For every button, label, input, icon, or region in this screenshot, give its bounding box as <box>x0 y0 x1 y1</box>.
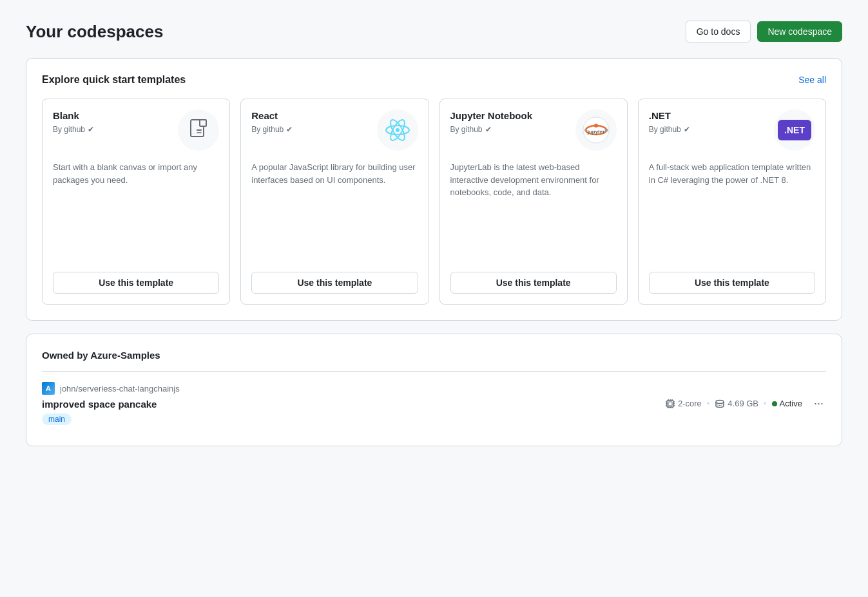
template-meta-react: React By github ✔ <box>251 109 369 134</box>
template-description-dotnet: A full-stack web application template wr… <box>649 161 815 259</box>
cpu-value: 2-core <box>678 399 702 408</box>
codespaces-section: Owned by Azure-Samples A john/serverless… <box>26 334 842 446</box>
verified-icon-dotnet: ✔ <box>684 125 690 134</box>
status-dot <box>772 401 777 406</box>
codespace-row: A john/serverless-chat-langchainjs impro… <box>42 371 826 430</box>
template-name-react: React <box>251 109 369 122</box>
jupyter-logo-svg: jupyter <box>582 116 610 144</box>
template-icon-react <box>377 109 418 151</box>
status-stat: Active <box>772 399 802 408</box>
page-header: Your codespaces Go to docs New codespace <box>26 21 842 43</box>
codespace-branch: main <box>42 413 180 425</box>
svg-point-7 <box>396 128 400 132</box>
svg-rect-15 <box>668 402 672 406</box>
verified-icon-react: ✔ <box>286 125 293 134</box>
new-codespace-button[interactable]: New codespace <box>757 21 842 42</box>
svg-point-11 <box>604 129 608 132</box>
template-description-react: A popular JavaScript library for buildin… <box>251 161 418 259</box>
page-title: Your codespaces <box>26 22 163 42</box>
template-card-top-blank: Blank By github ✔ <box>53 109 219 151</box>
template-card-top-dotnet: .NET By github ✔ .NET <box>649 109 815 151</box>
codespace-left: A john/serverless-chat-langchainjs impro… <box>42 382 180 425</box>
template-icon-jupyter: jupyter <box>575 109 617 151</box>
template-card-jupyter: Jupyter Notebook By github ✔ <box>439 99 628 305</box>
template-icon-dotnet: .NET <box>774 109 815 151</box>
template-description-blank: Start with a blank canvas or import any … <box>53 161 219 259</box>
template-card-top-jupyter: Jupyter Notebook By github ✔ <box>450 109 617 151</box>
template-card-react: React By github ✔ A popular J <box>240 99 429 305</box>
templates-section-header: Explore quick start templates See all <box>42 74 826 86</box>
template-meta-blank: Blank By github ✔ <box>53 109 170 134</box>
azure-icon: A <box>42 382 55 395</box>
template-description-jupyter: JupyterLab is the latest web-based inter… <box>450 161 617 259</box>
svg-text:jupyter: jupyter <box>586 129 604 135</box>
use-template-jupyter-button[interactable]: Use this template <box>450 272 617 294</box>
verified-icon-jupyter: ✔ <box>485 125 492 134</box>
template-by-blank: By github ✔ <box>53 125 170 134</box>
go-to-docs-button[interactable]: Go to docs <box>686 21 751 43</box>
blank-file-svg <box>188 118 209 142</box>
see-all-link[interactable]: See all <box>798 75 826 85</box>
storage-value: 4.69 GB <box>728 399 758 408</box>
more-options-button[interactable]: ··· <box>811 397 826 410</box>
templates-grid: Blank By github ✔ Start wit <box>42 99 826 305</box>
template-card-dotnet: .NET By github ✔ .NET A full-stack web a… <box>638 99 826 305</box>
template-by-react: By github ✔ <box>251 125 369 134</box>
template-meta-jupyter: Jupyter Notebook By github ✔ <box>450 109 568 134</box>
react-logo-svg <box>385 117 410 143</box>
templates-section: Explore quick start templates See all Bl… <box>26 58 842 321</box>
svg-point-28 <box>716 400 724 403</box>
template-icon-blank <box>178 109 219 151</box>
cpu-icon <box>665 399 675 409</box>
use-template-blank-button[interactable]: Use this template <box>53 272 219 294</box>
use-template-dotnet-button[interactable]: Use this template <box>649 272 815 294</box>
codespace-repo: A john/serverless-chat-langchainjs <box>42 382 180 395</box>
storage-stat: 4.69 GB <box>715 399 758 409</box>
separator-2: • <box>764 399 767 408</box>
status-label: Active <box>780 399 802 408</box>
template-card-blank: Blank By github ✔ Start wit <box>42 99 230 305</box>
codespace-name: improved space pancake <box>42 399 180 410</box>
storage-icon <box>715 399 725 409</box>
template-name-dotnet: .NET <box>649 109 766 122</box>
svg-rect-1 <box>200 120 206 126</box>
codespace-repo-name: john/serverless-chat-langchainjs <box>60 384 180 393</box>
branch-tag: main <box>42 413 72 425</box>
template-meta-dotnet: .NET By github ✔ <box>649 109 766 134</box>
cpu-stat: 2-core <box>665 399 702 409</box>
use-template-react-button[interactable]: Use this template <box>251 272 418 294</box>
template-by-jupyter: By github ✔ <box>450 125 568 134</box>
header-actions: Go to docs New codespace <box>686 21 842 43</box>
net-badge: .NET <box>778 120 811 140</box>
svg-point-12 <box>584 129 587 131</box>
template-name-blank: Blank <box>53 109 170 122</box>
template-card-top-react: React By github ✔ <box>251 109 418 151</box>
codespace-right: 2-core • 4.69 GB • Active ··· <box>665 397 826 410</box>
template-by-dotnet: By github ✔ <box>649 125 766 134</box>
separator-1: • <box>707 399 710 408</box>
codespace-section-title: Owned by Azure-Samples <box>42 350 826 361</box>
verified-icon-blank: ✔ <box>88 125 94 134</box>
svg-point-10 <box>594 124 598 128</box>
templates-section-title: Explore quick start templates <box>42 74 186 86</box>
template-name-jupyter: Jupyter Notebook <box>450 109 568 122</box>
